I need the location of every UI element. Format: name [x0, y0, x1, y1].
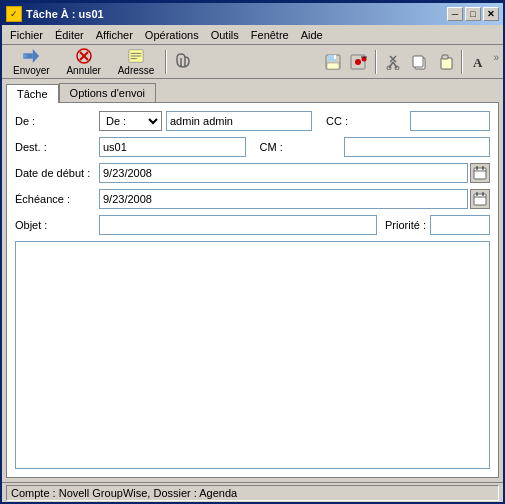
body-area-wrap: [15, 241, 490, 469]
svg-rect-31: [476, 166, 478, 170]
form-area: De : De : CC : Dest. : CM : Date de débu…: [6, 102, 499, 478]
tab-options-envoi[interactable]: Options d'envoi: [59, 83, 156, 102]
send-label: Envoyer: [13, 65, 50, 76]
maximize-button[interactable]: □: [465, 7, 481, 21]
menu-fichier[interactable]: Fichier: [4, 25, 49, 44]
svg-rect-33: [474, 194, 486, 205]
menu-afficher[interactable]: Afficher: [90, 25, 139, 44]
svg-rect-35: [476, 192, 478, 196]
echeance-wrap: [99, 189, 490, 209]
cancel-icon: [76, 48, 92, 64]
minimize-button[interactable]: ─: [447, 7, 463, 21]
priorite-label: Priorité :: [385, 219, 426, 231]
cc-label: CC :: [326, 115, 406, 127]
svg-rect-13: [327, 63, 339, 69]
svg-rect-29: [474, 168, 486, 179]
cancel-button[interactable]: Annuler: [59, 47, 109, 77]
address-label: Adresse: [118, 65, 155, 76]
menu-editer[interactable]: Éditer: [49, 25, 90, 44]
de-select[interactable]: De :: [99, 111, 162, 131]
objet-input[interactable]: [99, 215, 377, 235]
toolbar-separator-2: [375, 50, 377, 74]
toolbar: Envoyer Annuler: [2, 45, 503, 79]
font-button[interactable]: A: [467, 50, 491, 74]
svg-rect-32: [482, 166, 484, 170]
title-bar: ✓ Tâche À : us01 ─ □ ✕: [2, 3, 503, 25]
objet-label: Objet :: [15, 219, 95, 231]
menu-aide[interactable]: Aide: [295, 25, 329, 44]
echeance-input[interactable]: [99, 189, 468, 209]
de-label: De :: [15, 115, 95, 127]
close-button[interactable]: ✕: [483, 7, 499, 21]
dest-row: Dest. : CM :: [15, 137, 490, 157]
date-debut-calendar-button[interactable]: [470, 163, 490, 183]
cut-button[interactable]: [381, 50, 405, 74]
title-bar-left: ✓ Tâche À : us01: [6, 6, 104, 22]
address-icon: [128, 48, 144, 64]
svg-marker-1: [33, 48, 39, 62]
cm-input[interactable]: [344, 137, 491, 157]
cm-label: CM :: [260, 141, 340, 153]
paste-button[interactable]: [433, 50, 457, 74]
date-debut-label: Date de début :: [15, 167, 95, 179]
window-title: Tâche À : us01: [26, 8, 104, 20]
svg-rect-27: [442, 55, 448, 59]
toolbar-overflow[interactable]: »: [493, 52, 499, 63]
svg-rect-25: [413, 56, 423, 67]
send-icon: [23, 48, 39, 64]
address-button[interactable]: Adresse: [111, 47, 162, 77]
status-text: Compte : Novell GroupWise, Dossier : Age…: [6, 485, 499, 501]
svg-rect-12: [334, 55, 336, 59]
copy-button[interactable]: [407, 50, 431, 74]
priorite-input[interactable]: [430, 215, 490, 235]
menu-operations[interactable]: Opérations: [139, 25, 205, 44]
cc-input[interactable]: [410, 111, 490, 131]
objet-row: Objet : Priorité :: [15, 215, 490, 235]
toolbar-separator-1: [165, 50, 167, 74]
body-textarea[interactable]: [15, 241, 490, 469]
echeance-calendar-button[interactable]: [470, 189, 490, 209]
title-buttons: ─ □ ✕: [447, 7, 499, 21]
options-button[interactable]: [347, 50, 371, 74]
dest-label: Dest. :: [15, 141, 95, 153]
svg-rect-26: [441, 58, 452, 69]
main-window: ✓ Tâche À : us01 ─ □ ✕ Fichier Éditer Af…: [0, 0, 505, 504]
content-area: Tâche Options d'envoi De : De : CC : Des…: [2, 79, 503, 482]
menu-fenetre[interactable]: Fenêtre: [245, 25, 295, 44]
date-debut-row: Date de début :: [15, 163, 490, 183]
tab-tache[interactable]: Tâche: [6, 84, 59, 103]
tabs-container: Tâche Options d'envoi: [6, 83, 499, 102]
dest-input[interactable]: [99, 137, 246, 157]
echeance-row: Échéance :: [15, 189, 490, 209]
svg-rect-36: [482, 192, 484, 196]
send-button[interactable]: Envoyer: [6, 47, 57, 77]
toolbar-right: A »: [321, 50, 499, 74]
date-debut-input[interactable]: [99, 163, 468, 183]
save-button[interactable]: [321, 50, 345, 74]
svg-text:A: A: [473, 55, 483, 70]
echeance-label: Échéance :: [15, 193, 95, 205]
app-icon: ✓: [6, 6, 22, 22]
date-debut-wrap: [99, 163, 490, 183]
attach-button[interactable]: [171, 50, 195, 74]
status-bar: Compte : Novell GroupWise, Dossier : Age…: [2, 482, 503, 502]
svg-point-15: [355, 59, 361, 65]
menu-bar: Fichier Éditer Afficher Opérations Outil…: [2, 25, 503, 45]
toolbar-separator-3: [461, 50, 463, 74]
de-row: De : De : CC :: [15, 111, 490, 131]
de-input[interactable]: [166, 111, 312, 131]
menu-outils[interactable]: Outils: [205, 25, 245, 44]
cancel-label: Annuler: [66, 65, 100, 76]
